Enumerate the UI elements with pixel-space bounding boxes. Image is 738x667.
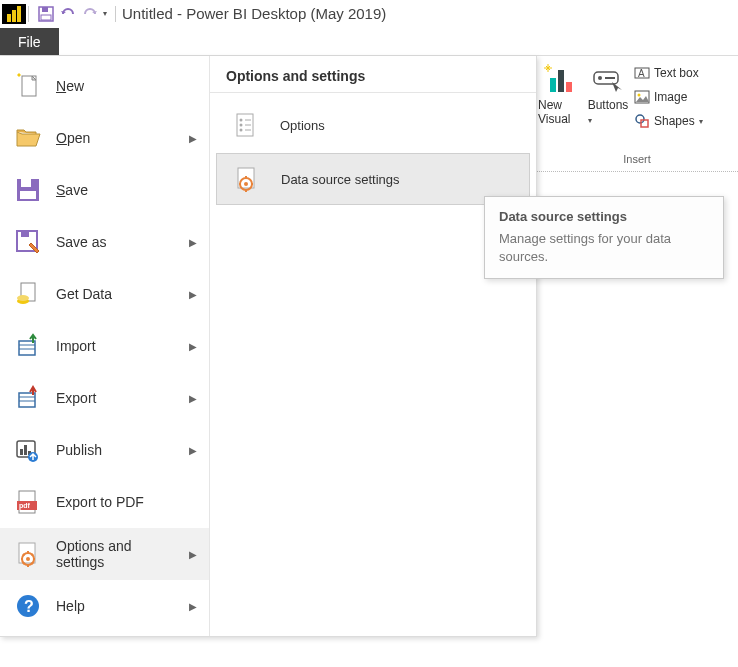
image-button[interactable]: Image — [632, 86, 689, 108]
app-icon — [2, 4, 26, 24]
button-icon — [592, 64, 624, 96]
tooltip: Data source settings Manage settings for… — [484, 196, 724, 279]
buttons-label: Buttons▾ — [588, 98, 629, 128]
submenu-options[interactable]: Options — [216, 99, 530, 151]
save-icon — [14, 176, 42, 204]
svg-rect-4 — [558, 70, 564, 92]
chevron-right-icon: ▶ — [189, 549, 199, 560]
text-box-button[interactable]: A Text box — [632, 62, 701, 84]
svg-rect-8 — [605, 77, 615, 79]
menu-export[interactable]: Export ▶ — [0, 372, 209, 424]
svg-point-45 — [240, 124, 243, 127]
options-icon — [232, 111, 260, 139]
pdf-icon: pdf — [14, 488, 42, 516]
quick-access-toolbar: ▾ — [31, 5, 113, 23]
menu-label: Export — [56, 390, 175, 406]
svg-point-12 — [638, 94, 641, 97]
shapes-icon — [634, 113, 650, 129]
ribbon-insert-group: New Visual Buttons▾ A Text box — [536, 56, 738, 172]
text-box-label: Text box — [654, 66, 699, 80]
menu-label: Import — [56, 338, 175, 354]
get-data-icon — [14, 280, 42, 308]
svg-rect-31 — [20, 449, 23, 455]
chevron-right-icon: ▶ — [189, 445, 199, 456]
svg-point-13 — [636, 115, 644, 123]
svg-rect-2 — [41, 15, 51, 20]
svg-point-23 — [17, 295, 29, 301]
svg-point-52 — [244, 182, 248, 186]
svg-point-40 — [26, 557, 30, 561]
ribbon-group-label: Insert — [536, 153, 738, 169]
chevron-right-icon: ▶ — [189, 289, 199, 300]
new-file-icon — [14, 72, 42, 100]
qat-dropdown-icon[interactable]: ▾ — [103, 9, 107, 18]
separator — [115, 6, 116, 22]
menu-export-pdf[interactable]: pdf Export to PDF — [0, 476, 209, 528]
shapes-label: Shapes — [654, 114, 695, 128]
menu-label: Export to PDF — [56, 494, 199, 510]
export-icon — [14, 384, 42, 412]
svg-rect-27 — [19, 393, 35, 407]
tooltip-title: Data source settings — [499, 209, 709, 224]
import-icon — [14, 332, 42, 360]
open-folder-icon — [14, 124, 42, 152]
menu-get-data[interactable]: Get Data ▶ — [0, 268, 209, 320]
tooltip-desc: Manage settings for your data sources. — [499, 230, 709, 266]
submenu-header: Options and settings — [210, 56, 536, 93]
chevron-right-icon: ▶ — [189, 237, 199, 248]
menu-publish[interactable]: Publish ▶ — [0, 424, 209, 476]
shapes-button[interactable]: Shapes ▾ — [632, 110, 705, 132]
menu-save[interactable]: Save — [0, 164, 209, 216]
svg-text:A: A — [638, 68, 645, 79]
svg-rect-17 — [21, 179, 31, 187]
file-tab[interactable]: File — [0, 28, 59, 55]
undo-icon[interactable] — [59, 5, 77, 23]
svg-rect-14 — [641, 120, 648, 127]
svg-point-46 — [240, 129, 243, 132]
svg-rect-3 — [550, 78, 556, 92]
menu-new[interactable]: New — [0, 60, 209, 112]
publish-icon — [14, 436, 42, 464]
image-icon — [634, 89, 650, 105]
image-label: Image — [654, 90, 687, 104]
chevron-right-icon: ▶ — [189, 601, 199, 612]
window-title: Untitled - Power BI Desktop (May 2019) — [122, 5, 386, 22]
titlebar: ▾ Untitled - Power BI Desktop (May 2019) — [0, 0, 738, 28]
backstage-submenu: Options and settings Options Data source… — [210, 56, 536, 636]
menu-open[interactable]: Open ▶ — [0, 112, 209, 164]
menu-options-settings[interactable]: Options and settings ▶ — [0, 528, 209, 580]
backstage-primary-list: New Open ▶ Save Save as ▶ Ge — [0, 56, 210, 636]
svg-rect-18 — [20, 191, 36, 199]
svg-point-7 — [598, 76, 602, 80]
menu-label: Save as — [56, 234, 175, 250]
menu-save-as[interactable]: Save as ▶ — [0, 216, 209, 268]
submenu-data-source-settings[interactable]: Data source settings — [216, 153, 530, 205]
gear-icon — [14, 540, 42, 568]
chevron-right-icon: ▶ — [189, 393, 199, 404]
menu-label: Save — [56, 182, 199, 198]
menu-import[interactable]: Import ▶ — [0, 320, 209, 372]
svg-text:pdf: pdf — [19, 502, 31, 510]
svg-rect-24 — [19, 341, 35, 355]
svg-text:?: ? — [24, 598, 34, 615]
svg-point-44 — [240, 119, 243, 122]
menu-help[interactable]: ? Help ▶ — [0, 580, 209, 632]
buttons-button[interactable]: Buttons▾ — [584, 62, 632, 130]
svg-rect-20 — [21, 231, 29, 237]
redo-icon[interactable] — [81, 5, 99, 23]
separator — [28, 6, 29, 22]
ribbon-tabs: File — [0, 28, 738, 56]
backstage-menu: New Open ▶ Save Save as ▶ Ge — [0, 56, 537, 637]
chevron-right-icon: ▶ — [189, 133, 199, 144]
submenu-label: Data source settings — [281, 172, 400, 187]
menu-label: Help — [56, 598, 175, 614]
chart-icon — [544, 64, 576, 96]
help-icon: ? — [14, 592, 42, 620]
new-visual-button[interactable]: New Visual — [536, 62, 584, 128]
svg-rect-5 — [566, 82, 572, 92]
text-box-icon: A — [634, 65, 650, 81]
chevron-right-icon: ▶ — [189, 341, 199, 352]
save-icon[interactable] — [37, 5, 55, 23]
save-as-icon — [14, 228, 42, 256]
svg-rect-1 — [42, 7, 48, 12]
